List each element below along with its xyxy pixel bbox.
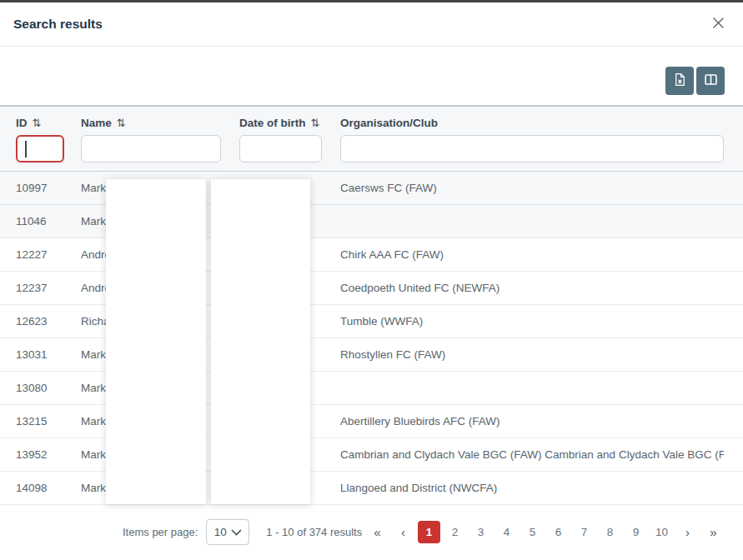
id-filter-input[interactable] bbox=[16, 135, 64, 162]
cell-org: Tumble (WWFA) bbox=[340, 315, 724, 328]
pagination-bar: Items per page: 10 1 - 10 of 374 results… bbox=[0, 505, 743, 558]
sort-icon[interactable]: ⇅ bbox=[311, 117, 320, 129]
cell-org: Rhostyllen FC (FAW) bbox=[340, 348, 724, 361]
close-icon bbox=[712, 17, 725, 32]
results-count: 1 - 10 of 374 results bbox=[266, 526, 362, 538]
page-button-10[interactable]: 10 bbox=[650, 521, 673, 543]
page-button-8[interactable]: 8 bbox=[599, 521, 621, 543]
cell-id: 11046 bbox=[16, 215, 81, 228]
columns-icon bbox=[704, 72, 718, 89]
redaction-overlay bbox=[106, 179, 206, 504]
page-button-5[interactable]: 5 bbox=[521, 521, 544, 543]
cell-id: 12237 bbox=[16, 282, 81, 294]
cell-org: Llangoed and District (NWCFA) bbox=[340, 482, 724, 494]
cell-org: Abertillery Bluebirds AFC (FAW) bbox=[340, 415, 724, 428]
pager: « ‹ 1 2 3 4 5 6 7 8 9 10 › » bbox=[366, 521, 725, 543]
page-button-2[interactable]: 2 bbox=[444, 521, 466, 543]
sort-icon[interactable]: ⇅ bbox=[117, 117, 126, 129]
page-button-4[interactable]: 4 bbox=[495, 521, 518, 543]
page-button-7[interactable]: 7 bbox=[573, 521, 595, 543]
column-label: ID bbox=[16, 117, 28, 129]
modal-header: Search results bbox=[0, 2, 743, 47]
next-page-button[interactable]: › bbox=[676, 521, 699, 543]
cell-id: 13031 bbox=[16, 348, 81, 361]
cell-org: Chirk AAA FC (FAW) bbox=[340, 248, 724, 261]
table-header: ID ⇅ Name ⇅ Date of birth ⇅ Organisation… bbox=[0, 105, 743, 172]
file-excel-icon bbox=[673, 72, 687, 89]
page-button-1[interactable]: 1 bbox=[418, 521, 440, 543]
prev-page-button[interactable]: ‹ bbox=[392, 521, 414, 543]
items-per-page-select[interactable]: 10 bbox=[206, 519, 249, 545]
toolbar bbox=[0, 47, 743, 105]
sort-icon[interactable]: ⇅ bbox=[33, 117, 42, 129]
cell-org: Coedpoeth United FC (NEWFA) bbox=[340, 282, 724, 294]
items-per-page-label: Items per page: bbox=[123, 526, 198, 538]
items-per-page-value: 10 bbox=[214, 526, 227, 538]
cell-id: 14098 bbox=[16, 482, 81, 494]
column-header-name[interactable]: Name ⇅ bbox=[81, 117, 239, 129]
name-filter-input[interactable] bbox=[81, 135, 221, 162]
page-title: Search results bbox=[13, 17, 103, 32]
column-header-dob[interactable]: Date of birth ⇅ bbox=[239, 117, 340, 129]
first-page-button[interactable]: « bbox=[366, 521, 389, 543]
close-button[interactable] bbox=[709, 15, 727, 33]
toggle-columns-button[interactable] bbox=[696, 67, 725, 95]
cell-id: 13080 bbox=[16, 382, 81, 394]
column-label: Date of birth bbox=[239, 117, 306, 129]
last-page-button[interactable]: » bbox=[702, 521, 725, 543]
chevron-down-icon bbox=[231, 526, 242, 538]
org-filter-input[interactable] bbox=[340, 135, 724, 162]
column-header-id[interactable]: ID ⇅ bbox=[16, 117, 81, 129]
column-header-org: Organisation/Club bbox=[340, 117, 724, 129]
cell-id: 13215 bbox=[16, 415, 81, 428]
page-button-6[interactable]: 6 bbox=[547, 521, 570, 543]
redaction-overlay bbox=[211, 179, 310, 504]
cell-id: 10997 bbox=[16, 182, 81, 194]
cell-id: 12623 bbox=[16, 315, 81, 328]
cell-id: 13952 bbox=[16, 448, 81, 461]
cell-id: 12227 bbox=[16, 248, 81, 261]
export-excel-button[interactable] bbox=[665, 67, 694, 95]
page-button-9[interactable]: 9 bbox=[625, 521, 647, 543]
page-button-3[interactable]: 3 bbox=[469, 521, 492, 543]
column-label: Organisation/Club bbox=[340, 117, 438, 129]
cell-org: Cambrian and Clydach Vale BGC (FAW) Camb… bbox=[340, 448, 724, 461]
cell-org: Caersws FC (FAW) bbox=[340, 182, 724, 194]
table-body: 10997 Mark Caersws FC (FAW) 11046 Mark 1… bbox=[0, 172, 743, 505]
dob-filter-input[interactable] bbox=[239, 135, 322, 162]
column-label: Name bbox=[81, 117, 112, 129]
search-results-modal: Search results bbox=[0, 0, 743, 560]
